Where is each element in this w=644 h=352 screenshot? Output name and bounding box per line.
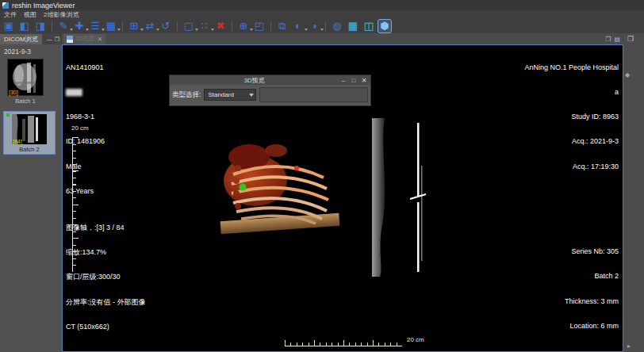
horizontal-ruler: [285, 339, 402, 346]
toolbar-separator: [122, 21, 123, 32]
volume-3d-icon[interactable]: ⬢: [378, 20, 391, 33]
mip-icon[interactable]: ◫: [362, 20, 375, 33]
viewer-corner-icons: ❐ ▤: [605, 36, 623, 43]
sidebar-window-buttons: — ❐: [47, 36, 62, 44]
image-count-badge: [30]: [9, 90, 18, 95]
app-window: reshin ImageViewer 文件 视图 2维影像浏览 ▣◧◨✎✚☰▦⊞…: [0, 0, 644, 352]
window-title: reshin ImageViewer: [12, 2, 75, 10]
right-panel-strip: ❐ ◆ ▸: [623, 33, 644, 352]
panel-expand-icon[interactable]: ▸: [627, 342, 631, 350]
image-count-badge: [84]: [13, 139, 22, 144]
thumbnail-image-1[interactable]: [30]: [7, 59, 44, 96]
app-logo-icon: [2, 2, 9, 9]
study-info-overlay: AnNing NO.1 People Hospital a Study ID: …: [524, 47, 619, 187]
series-thumbnail-2-selected[interactable]: [84] Batch 2: [3, 111, 56, 155]
mouse-measure-icon[interactable]: ☰: [89, 20, 102, 33]
volume-3d-rendering: [203, 140, 354, 247]
toolbar-separator: [177, 21, 178, 32]
thumbnail-caption: Batch 1: [7, 98, 44, 105]
dialog-empty-field: [259, 87, 368, 102]
select-region-icon[interactable]: ▢: [182, 20, 195, 33]
cascade-layout-icon[interactable]: ❐: [605, 36, 611, 43]
tab-dicom-browser[interactable]: DICOM浏览: [0, 34, 42, 44]
resolution-info: 分辨率:没有值 - 外部图像: [66, 298, 146, 306]
panel-restore-icon[interactable]: ❐: [627, 35, 634, 43]
type-select-dialog: 3D预览 – □ ✕ 类型选择: Standard: [169, 75, 371, 106]
study-id: Study ID: 8963: [524, 113, 619, 121]
dialog-minimize-button[interactable]: –: [339, 77, 348, 84]
document-icon: [67, 36, 73, 43]
batch-label: Batch 2: [565, 272, 619, 280]
dialog-maximize-button[interactable]: □: [349, 77, 358, 84]
layout-grid-icon[interactable]: ⊞: [128, 20, 140, 33]
acquisition-date: Acq.: 2021-9-3: [524, 137, 619, 145]
loaded-status-dot: [6, 113, 10, 117]
slice-location: Location: 6 mm: [565, 322, 619, 330]
study-extra: a: [524, 88, 619, 96]
toolbar-separator: [270, 21, 271, 32]
series-thumbnail-1[interactable]: [30] Batch 1: [7, 59, 44, 105]
horizontal-ruler-label: 20 cm: [407, 336, 424, 343]
viewer-tab-3d[interactable]: 3D视图 ✕: [63, 34, 105, 44]
viewer-tab-strip: 3D视图 ✕ ❐ ▤: [62, 33, 623, 44]
slice-thickness: Thickness: 3 mm: [565, 297, 619, 305]
mouse-pointer-icon[interactable]: ▣: [2, 20, 15, 33]
pen-tool-icon[interactable]: ✎: [57, 20, 70, 33]
thumbnail-caption: Batch 2: [4, 146, 55, 153]
birth-date: 1968-3-1: [66, 113, 105, 121]
chevron-down-icon: [249, 94, 254, 97]
dropdown-arrow-icon[interactable]: [117, 29, 121, 31]
dialog-window-buttons: – □ ✕: [339, 77, 370, 84]
vertical-ruler: [72, 137, 79, 272]
contrast-alt-icon[interactable]: ◑: [308, 20, 320, 33]
dialog-body: 类型选择: Standard: [170, 85, 370, 105]
sidebar-tab-row: DICOM浏览 — ❐: [0, 33, 62, 44]
flip-swap-icon[interactable]: ⇄: [144, 20, 156, 33]
contrast-icon[interactable]: ◐: [292, 20, 305, 33]
thumbnail-image-2[interactable]: [84]: [12, 114, 47, 144]
study-date-label: 2021-9-3: [0, 44, 62, 57]
toolbar: ▣◧◨✎✚☰▦⊞⇄↺▢∷✖⊕◰⧉◐◑◍▦◫⬢: [2, 19, 391, 33]
type-select-label: 类型选择:: [172, 90, 201, 100]
mouse-browse-icon[interactable]: ▦: [105, 20, 117, 33]
sidebar-minimize-icon[interactable]: —: [47, 36, 52, 43]
tab-close-icon[interactable]: ✕: [98, 36, 103, 43]
acquisition-time: Acq.: 17:19:30: [524, 163, 619, 170]
toolbar-separator: [52, 21, 52, 32]
window-level: 窗口/层级:300/30: [66, 273, 146, 281]
dropdown-arrow-icon[interactable]: [320, 29, 324, 31]
mouse-scroll-icon[interactable]: ◨: [34, 20, 47, 33]
toolbar-separator: [232, 21, 232, 32]
title-bar: reshin ImageViewer: [0, 0, 644, 10]
accession-number: AN1410901: [66, 63, 105, 71]
mouse-pan-icon[interactable]: ✚: [73, 20, 86, 33]
delete-selection-icon[interactable]: ✖: [214, 20, 227, 33]
mouse-window-icon[interactable]: ◧: [18, 20, 31, 33]
toolbar-separator: [325, 21, 326, 32]
invert-icon[interactable]: ◍: [331, 20, 343, 33]
type-select-value: Standard: [208, 91, 233, 98]
dialog-title-bar[interactable]: 3D预览 – □ ✕: [170, 75, 370, 85]
splitter-diamond-icon[interactable]: ◆: [625, 71, 630, 78]
menu-2d-browse[interactable]: 2维影像浏览: [44, 10, 79, 19]
menu-view[interactable]: 视图: [24, 10, 36, 19]
series-info-overlay: Series Nb: 305 Batch 2 Thickness: 3 mm L…: [565, 231, 619, 346]
rotate-reset-icon[interactable]: ↺: [159, 20, 172, 33]
sidebar-float-icon[interactable]: ❐: [55, 36, 59, 43]
select-points-icon[interactable]: ∷: [198, 20, 211, 33]
vertical-ruler-label: 20 cm: [71, 124, 89, 132]
patient-name-redacted: ▇▇▇: [66, 88, 105, 96]
menu-file[interactable]: 文件: [4, 10, 17, 19]
menu-bar: 文件 视图 2维影像浏览: [0, 10, 79, 19]
mpr-icon[interactable]: ▦: [347, 20, 359, 33]
dialog-title: 3D预览: [170, 76, 339, 85]
zoom-region-icon[interactable]: ◰: [253, 20, 266, 33]
zoom-in-icon[interactable]: ⊕: [237, 20, 250, 33]
copy-export-icon[interactable]: ⧉: [276, 20, 289, 33]
modality-size: CT (510x662): [66, 323, 146, 331]
panel-layout-icon[interactable]: ▤: [614, 36, 620, 43]
image-viewport[interactable]: AN1410901 ▇▇▇ 1968-3-1 ID: 1481906 Male …: [62, 44, 623, 352]
dialog-close-button[interactable]: ✕: [359, 77, 369, 84]
type-select-dropdown[interactable]: Standard: [204, 89, 256, 101]
main-viewer-area: 3D视图 ✕ ❐ ▤ AN1410901 ▇▇▇ 1968-3-1 ID: 14…: [62, 33, 623, 352]
